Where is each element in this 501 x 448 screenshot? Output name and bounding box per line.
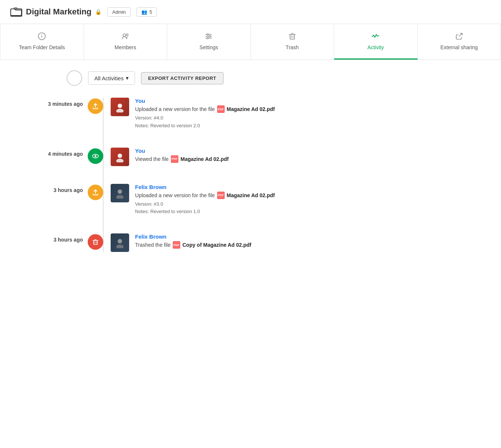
tab-label-members: Members [115, 44, 136, 50]
timeline-item: 3 hours ago Felix Brown Uploaded [37, 184, 501, 216]
members-count: 5 [149, 9, 152, 15]
event-description-2: Viewed the file PDF Magazine Ad 02.pdf [135, 155, 501, 163]
tab-members[interactable]: Members [84, 24, 168, 60]
members-icon: 👥 [141, 9, 147, 15]
event-user-2[interactable]: You [135, 148, 501, 154]
project-title: Digital Marketing [26, 7, 91, 17]
file-name-2: Magazine Ad 02.pdf [181, 156, 229, 162]
tab-external-sharing[interactable]: External sharing [418, 24, 501, 60]
avatar-felix-3 [111, 184, 129, 202]
tab-icon-settings [205, 32, 213, 41]
svg-point-12 [207, 37, 208, 39]
file-name-1: Magazine Ad 02.pdf [227, 106, 275, 112]
svg-point-25 [116, 195, 124, 199]
pdf-icon-4: PDF [173, 241, 180, 249]
timeline-circle [67, 70, 82, 86]
svg-rect-26 [94, 240, 97, 245]
svg-rect-3 [41, 36, 42, 38]
svg-point-5 [123, 34, 125, 37]
timeline-item: 3 minutes ago You Uploaded a new [37, 98, 501, 130]
timeline: 3 minutes ago You Uploaded a new [37, 98, 501, 252]
tab-label-trash: Trash [286, 44, 299, 50]
event-version-3: Version: #3.0 [135, 201, 163, 207]
event-description-4: Trashed the file PDF Copy of Magazine Ad… [135, 241, 501, 249]
filter-label: All Activities [94, 75, 124, 81]
event-user-4[interactable]: Felix Brown [135, 233, 501, 240]
svg-point-4 [41, 34, 42, 35]
tabs-container: Team Folder Details Members Settings [0, 24, 501, 60]
export-button[interactable]: EXPORT ACTIVITY REPORT [141, 72, 223, 84]
time-label: 3 hours ago [37, 233, 89, 243]
svg-point-19 [116, 109, 124, 112]
time-label: 3 hours ago [37, 184, 89, 193]
svg-rect-1 [14, 8, 17, 9]
tab-activity[interactable]: Activity [334, 24, 418, 60]
event-description-3: Uploaded a new version for the file PDF … [135, 192, 501, 199]
event-action-4: Trashed the file [135, 242, 171, 248]
svg-point-11 [209, 36, 211, 37]
svg-line-17 [459, 33, 462, 36]
timeline-item: 3 hours ago Felix [37, 233, 501, 252]
svg-point-21 [95, 155, 97, 157]
event-content-2: You Viewed the file PDF Magazine Ad 02.p… [135, 148, 501, 164]
tab-trash[interactable]: Trash [251, 24, 334, 60]
tab-icon-external-sharing [455, 32, 463, 41]
svg-point-18 [118, 104, 122, 108]
avatar-felix-4 [111, 233, 129, 252]
tab-team-folder-details[interactable]: Team Folder Details [0, 24, 84, 60]
avatar-1 [111, 98, 129, 116]
event-content-1: You Uploaded a new version for the file … [135, 98, 501, 130]
admin-badge[interactable]: Admin [107, 7, 131, 17]
header-title: Digital Marketing 🔒 [10, 7, 101, 17]
event-content-4: Felix Brown Trashed the file PDF Copy of… [135, 233, 501, 250]
svg-point-30 [118, 239, 122, 243]
view-icon-2 [88, 148, 103, 164]
filter-dropdown[interactable]: All Activities ▾ [88, 71, 135, 85]
time-label: 4 minutes ago [37, 148, 89, 157]
svg-point-31 [116, 245, 124, 248]
tab-icon-trash [288, 32, 296, 41]
svg-point-23 [116, 159, 124, 162]
timeline-item: 4 minutes ago You Viewed the fil [37, 148, 501, 166]
header: Digital Marketing 🔒 Admin 👥 5 [0, 0, 501, 24]
event-notes-3: Notes: Reverted to version 1.0 [135, 209, 200, 214]
avatar-you-2 [111, 148, 129, 166]
svg-point-10 [207, 34, 208, 35]
upload-icon-3 [88, 185, 103, 200]
event-notes-1: Notes: Reverted to version 2.0 [135, 123, 200, 128]
svg-point-22 [118, 154, 122, 158]
folder-icon [10, 7, 22, 17]
event-user-3[interactable]: Felix Brown [135, 184, 501, 190]
main-content: All Activities ▾ EXPORT ACTIVITY REPORT … [0, 60, 501, 280]
event-description-1: Uploaded a new version for the file PDF … [135, 105, 501, 113]
avatar-2 [111, 148, 129, 166]
upload-icon-1 [88, 98, 103, 114]
event-user-1[interactable]: You [135, 98, 501, 104]
controls-row: All Activities ▾ EXPORT ACTIVITY REPORT [67, 70, 501, 86]
tab-settings[interactable]: Settings [167, 24, 251, 60]
lock-icon: 🔒 [95, 9, 101, 15]
chevron-down-icon: ▾ [126, 75, 129, 81]
tab-label-settings: Settings [199, 44, 218, 50]
members-button[interactable]: 👥 5 [137, 7, 157, 17]
avatar-3 [111, 184, 129, 202]
pdf-icon-2: PDF [171, 155, 178, 163]
avatar-4 [111, 233, 129, 252]
tab-icon-members [121, 32, 130, 41]
tab-icon-info [38, 32, 46, 41]
avatar-you-1 [111, 98, 129, 116]
event-content-3: Felix Brown Uploaded a new version for t… [135, 184, 501, 216]
svg-point-6 [126, 34, 128, 36]
pdf-icon-3: PDF [217, 192, 225, 199]
event-version-1: Version: #4.0 [135, 115, 163, 121]
svg-point-24 [118, 189, 122, 194]
file-name-3: Magazine Ad 02.pdf [227, 192, 275, 198]
tab-icon-activity [371, 32, 380, 41]
pdf-icon-1: PDF [217, 105, 225, 113]
tab-label-activity: Activity [367, 44, 384, 50]
trash-icon-4 [88, 234, 103, 250]
event-meta-3: Version: #3.0 Notes: Reverted to version… [135, 201, 501, 216]
file-name-4: Copy of Magazine Ad 02.pdf [182, 242, 251, 248]
time-label: 3 minutes ago [37, 98, 89, 107]
event-action-2: Viewed the file [135, 156, 169, 162]
